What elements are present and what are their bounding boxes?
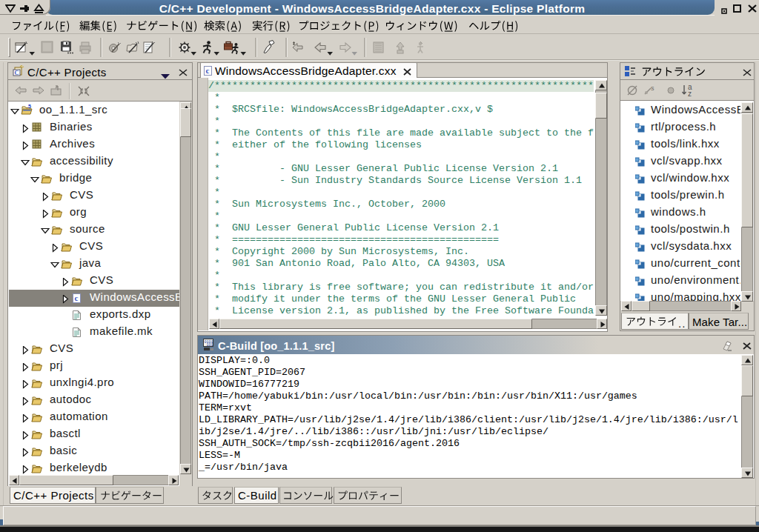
svg-text:c: c [206,66,210,75]
svg-text:C: C [15,70,19,76]
svg-text:101: 101 [207,343,213,348]
svg-text:5: 5 [28,104,31,109]
svg-text:s: s [651,84,654,92]
svg-text:z: z [688,90,692,98]
svg-text:c: c [75,293,79,302]
